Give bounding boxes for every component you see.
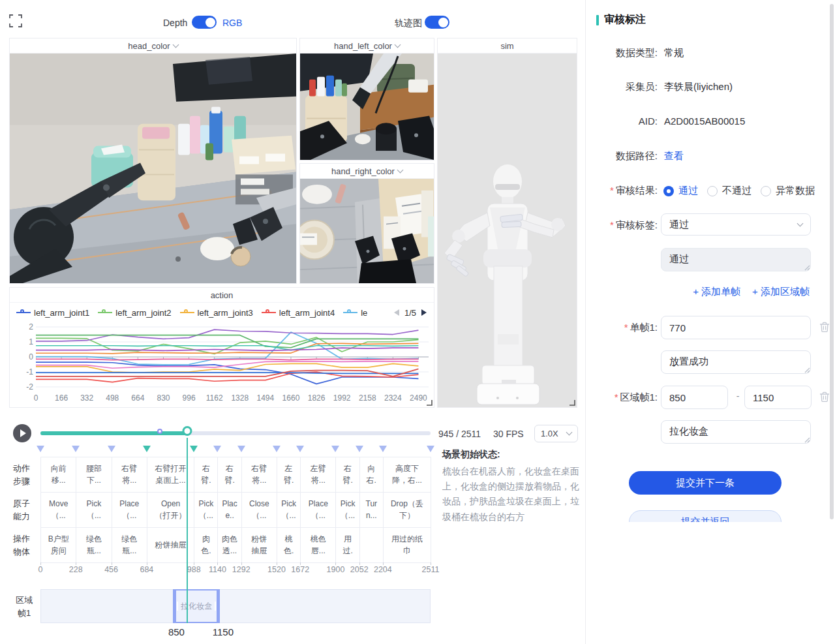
scene-description-block: 场景初始状态: 梳妆台在机器人前，化妆盒在桌面上，化妆盒的侧边摆放着物品，化妆品… (442, 449, 582, 525)
legend-item-left_arm_joint4[interactable]: left_arm_joint4 (262, 308, 335, 318)
region-block-label: 拉化妆盒 (181, 601, 212, 612)
head-camera-pane: head_color (9, 38, 297, 284)
step-marker-triangle[interactable] (273, 446, 281, 452)
required-mark: * (610, 185, 614, 196)
legend-next-icon[interactable] (421, 309, 427, 316)
single-frame-note-textarea[interactable]: 放置成功 (661, 350, 811, 374)
step-marker-triangle[interactable] (143, 446, 151, 452)
step-cell-action: 腰部 下... (76, 457, 112, 493)
play-button[interactable] (13, 424, 31, 442)
radio-icon (761, 186, 771, 196)
hand-right-camera-header[interactable]: hand_right_color (300, 164, 434, 179)
scrollbar-thumb[interactable] (830, 4, 834, 519)
step-marker-triangle[interactable] (213, 446, 221, 452)
legend-marker-icon (16, 309, 31, 316)
hand-left-camera-header[interactable]: hand_left_color (300, 38, 434, 54)
step-marker-triangle[interactable] (356, 446, 363, 452)
trash-icon[interactable] (819, 391, 830, 403)
panel-title: 审核标注 (596, 13, 646, 27)
trash-icon[interactable] (819, 322, 830, 333)
hand-left-camera-pane: hand_left_color (299, 38, 434, 161)
legend-item-left_arm_joint2[interactable]: left_arm_joint2 (98, 308, 171, 318)
step-marker-triangle[interactable] (37, 446, 44, 452)
add-region-frame-link[interactable]: + 添加区域帧 (752, 286, 810, 298)
step-marker-triangle[interactable] (331, 446, 339, 452)
playback-speed-select[interactable]: 1.0X (534, 425, 578, 442)
required-mark: * (615, 391, 618, 403)
x-tick-label: 2490 (410, 393, 427, 403)
timeline-slider-track[interactable] (40, 431, 431, 435)
step-cell-object: B户型 房间 (40, 527, 76, 563)
head-camera-header[interactable]: head_color (10, 38, 296, 54)
step-marker-triangle[interactable] (190, 446, 198, 452)
result-label-text: 审核结果: (616, 185, 658, 196)
playhead-line[interactable] (187, 438, 188, 623)
step-cell-object: 用过的纸 巾 (383, 527, 431, 563)
step-cell-object: 桃 色. (277, 527, 301, 563)
fullscreen-icon[interactable] (9, 14, 22, 27)
region-frame-block[interactable]: 拉化妆盒 (173, 589, 219, 623)
legend-marker-icon (180, 309, 194, 316)
result-radio-不通过[interactable]: 不通过 (707, 185, 752, 197)
step-cell-skill: Pick （... (335, 492, 359, 528)
region-right-grip[interactable] (215, 602, 216, 611)
chevron-down-icon (797, 220, 804, 226)
step-cell-action: 右 臂. (217, 457, 241, 493)
add-single-frame-link[interactable]: + 添加单帧 (693, 286, 740, 298)
timeline-slider-handle[interactable] (183, 426, 192, 436)
step-marker-triangle[interactable] (72, 446, 80, 452)
aid-label: AID: (586, 115, 658, 127)
x-tick-label: 1992 (333, 393, 351, 403)
region-left-grip[interactable] (177, 602, 178, 611)
single-frame-input[interactable] (661, 316, 811, 339)
tag-select[interactable]: 通过 (661, 213, 811, 236)
step-cell-action: 右 臂. (194, 457, 218, 493)
legend-item-le[interactable]: le (343, 308, 367, 318)
legend-prev-icon[interactable] (393, 309, 400, 316)
step-cell-skill: Place （... (112, 492, 147, 528)
tag-note-textarea[interactable]: 通过 (661, 248, 811, 271)
step-cell-skill: Place （... (300, 492, 336, 528)
step-cell-object (359, 527, 384, 563)
step-marker-triangle[interactable] (427, 446, 434, 452)
result-radio-通过[interactable]: 通过 (663, 185, 698, 197)
submit-return-button[interactable]: 提交并返回 (629, 510, 782, 522)
radio-icon (707, 186, 718, 196)
scene-title: 场景初始状态: (442, 449, 582, 461)
tag-select-value: 通过 (669, 219, 689, 231)
resize-corner-icon[interactable] (426, 399, 433, 406)
legend-item-left_arm_joint3[interactable]: left_arm_joint3 (180, 308, 253, 318)
step-marker-triangle[interactable] (379, 446, 387, 452)
x-tick-label: 498 (106, 393, 119, 403)
add-frame-links: + 添加单帧 + 添加区域帧 (693, 286, 810, 298)
y-tick-label: 2 (18, 322, 33, 331)
steps-row-label: 操作 物体 (13, 532, 30, 558)
single-frame-dot-marker[interactable] (157, 429, 162, 434)
region-frame-note-textarea[interactable]: 拉化妆盒 (661, 420, 811, 444)
hand-left-camera-image (300, 54, 434, 160)
region-start-input[interactable] (661, 386, 728, 409)
step-marker-triangle[interactable] (108, 446, 115, 452)
series-right_arm_joint1 (36, 373, 418, 373)
region-start-value: 850 (168, 626, 185, 637)
legend-item-left_arm_joint1[interactable]: left_arm_joint1 (16, 308, 89, 318)
hand-right-camera-pane: hand_right_color (299, 163, 434, 284)
legend-marker-icon (98, 309, 112, 316)
trajectory-toggle[interactable] (425, 16, 449, 29)
submit-next-button[interactable]: 提交并下一条 (629, 471, 782, 495)
result-radio-异常数据[interactable]: 异常数据 (761, 185, 815, 197)
depth-rgb-toggle[interactable] (192, 16, 217, 29)
single-frame-label: *单帧1: (586, 322, 658, 334)
step-marker-triangle[interactable] (296, 446, 304, 452)
x-tick-label: 1162 (206, 393, 223, 403)
data-type-label: 数据类型: (586, 47, 658, 59)
resize-corner-icon[interactable] (569, 399, 575, 406)
action-chart-pane: action left_arm_joint1left_arm_joint2lef… (9, 287, 434, 408)
step-marker-triangle[interactable] (237, 446, 245, 452)
workspace: Depth RGB 轨迹图 head_color (0, 0, 585, 644)
x-tick-label: 1826 (308, 393, 326, 403)
data-path-link[interactable]: 查看 (664, 150, 684, 162)
region-end-input[interactable] (744, 386, 812, 409)
step-cell-object: 绿色 瓶... (76, 527, 112, 563)
fps-label: 30 FPS (493, 429, 524, 439)
